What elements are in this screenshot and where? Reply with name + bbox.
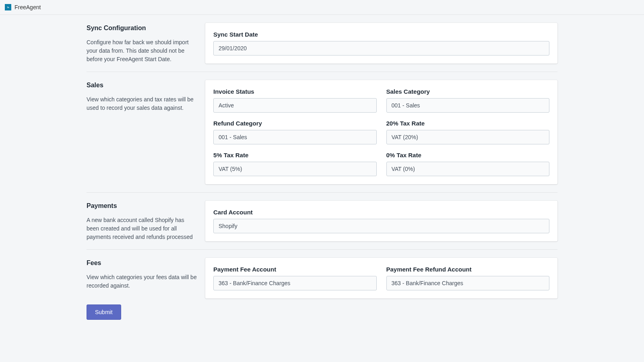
field-fee-account: Payment Fee Account xyxy=(213,266,377,290)
field-sync-start-date: Sync Start Date xyxy=(213,31,549,56)
sync-card: Sync Start Date xyxy=(205,23,557,64)
app-name: FreeAgent xyxy=(14,4,41,10)
section-payments-info: Payments A new bank account called Shopi… xyxy=(87,201,205,241)
payments-card: Card Account xyxy=(205,201,557,241)
fees-card: Payment Fee Account Payment Fee Refund A… xyxy=(205,258,557,298)
field-label: Sync Start Date xyxy=(213,31,549,38)
fee-refund-account-input[interactable] xyxy=(386,276,550,290)
sales-card: Invoice Status Sales Category Refund Cat… xyxy=(205,80,557,184)
card-account-input[interactable] xyxy=(213,219,549,233)
section-title: Fees xyxy=(87,259,197,267)
field-sales-category: Sales Category xyxy=(386,88,550,113)
section-payments: Payments A new bank account called Shopi… xyxy=(87,193,557,250)
topbar: fa FreeAgent xyxy=(0,0,644,15)
field-label: Sales Category xyxy=(386,88,550,95)
refund-category-input[interactable] xyxy=(213,130,377,144)
field-label: 5% Tax Rate xyxy=(213,152,377,158)
section-fees-info: Fees View which categories your fees dat… xyxy=(87,258,205,320)
field-label: Payment Fee Refund Account xyxy=(386,266,550,273)
section-sales-info: Sales View which categories and tax rate… xyxy=(87,80,205,184)
field-label: Invoice Status xyxy=(213,88,377,95)
fee-account-input[interactable] xyxy=(213,276,377,290)
sales-category-input[interactable] xyxy=(386,98,550,113)
tax-20-input[interactable] xyxy=(386,130,550,144)
field-tax-20: 20% Tax Rate xyxy=(386,120,550,144)
field-refund-category: Refund Category xyxy=(213,120,377,144)
field-invoice-status: Invoice Status xyxy=(213,88,377,113)
field-tax-5: 5% Tax Rate xyxy=(213,152,377,176)
page-content: Sync Configuration Configure how far bac… xyxy=(87,15,557,344)
section-description: Configure how far back we should import … xyxy=(87,38,197,64)
section-title: Payments xyxy=(87,202,197,210)
section-description: View which categories your fees data wil… xyxy=(87,273,197,290)
sync-start-date-input[interactable] xyxy=(213,41,549,56)
section-title: Sync Configuration xyxy=(87,25,197,32)
field-label: Payment Fee Account xyxy=(213,266,377,273)
invoice-status-input[interactable] xyxy=(213,98,377,113)
section-sync-info: Sync Configuration Configure how far bac… xyxy=(87,23,205,64)
tax-5-input[interactable] xyxy=(213,162,377,176)
tax-0-input[interactable] xyxy=(386,162,550,176)
field-label: 20% Tax Rate xyxy=(386,120,550,127)
field-label: Refund Category xyxy=(213,120,377,127)
field-tax-0: 0% Tax Rate xyxy=(386,152,550,176)
field-card-account: Card Account xyxy=(213,209,549,233)
section-description: A new bank account called Shopify has be… xyxy=(87,216,197,241)
section-sales: Sales View which categories and tax rate… xyxy=(87,72,557,193)
submit-button[interactable]: Submit xyxy=(87,304,121,320)
field-label: 0% Tax Rate xyxy=(386,152,550,158)
section-title: Sales xyxy=(87,82,197,89)
freeagent-logo-icon: fa xyxy=(5,4,11,10)
field-fee-refund-account: Payment Fee Refund Account xyxy=(386,266,550,290)
section-sync: Sync Configuration Configure how far bac… xyxy=(87,15,557,72)
field-label: Card Account xyxy=(213,209,549,216)
section-fees: Fees View which categories your fees dat… xyxy=(87,250,557,328)
section-description: View which categories and tax rates will… xyxy=(87,95,197,112)
